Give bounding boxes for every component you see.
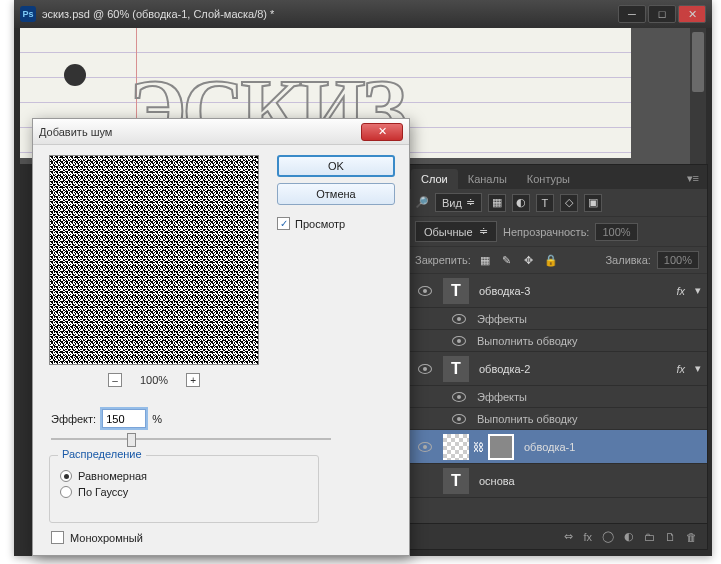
lock-position-icon[interactable]: ✥ xyxy=(521,252,537,268)
trash-icon[interactable]: 🗑 xyxy=(686,531,697,543)
vertical-scrollbar[interactable] xyxy=(690,28,706,164)
filter-smart-icon[interactable]: ▣ xyxy=(584,194,602,212)
amount-input[interactable] xyxy=(102,409,146,428)
panel-footer: ⇔ fx ◯ ◐ 🗀 🗋 🗑 xyxy=(407,523,707,549)
lock-row: Закрепить: ▦ ✎ ✥ 🔒 Заливка: 100% xyxy=(407,247,707,274)
layer-list: T обводка-3 fx ▾ Эффекты Выполнить обвод… xyxy=(407,274,707,498)
radio-uniform[interactable]: Равномерная xyxy=(60,470,308,482)
slider-thumb[interactable] xyxy=(127,433,136,447)
fill-label: Заливка: xyxy=(605,254,650,266)
fx-badge[interactable]: fx xyxy=(672,363,689,375)
layer-name: основа xyxy=(473,475,703,487)
amount-unit: % xyxy=(152,413,162,425)
lock-pixels-icon[interactable]: ✎ xyxy=(499,252,515,268)
dialog-close-button[interactable]: ✕ xyxy=(361,123,403,141)
type-layer-icon: T xyxy=(443,356,469,382)
layer-item[interactable]: T обводка-2 fx ▾ xyxy=(407,352,707,386)
filter-shape-icon[interactable]: ◇ xyxy=(560,194,578,212)
preview-box[interactable] xyxy=(49,155,259,365)
group-icon[interactable]: 🗀 xyxy=(644,531,655,543)
kind-dropdown[interactable]: Вид≑ xyxy=(435,193,482,212)
radio-uniform-input[interactable] xyxy=(60,470,72,482)
eye-icon[interactable] xyxy=(452,336,466,346)
radio-gaussian-input[interactable] xyxy=(60,486,72,498)
scroll-thumb[interactable] xyxy=(692,32,704,92)
radio-gaussian-label: По Гауссу xyxy=(78,486,128,498)
eye-icon[interactable] xyxy=(452,314,466,324)
panel-menu-icon[interactable]: ▾≡ xyxy=(683,168,703,189)
eye-icon[interactable] xyxy=(452,392,466,402)
radio-uniform-label: Равномерная xyxy=(78,470,147,482)
layer-item-selected[interactable]: ⛓ обводка-1 xyxy=(407,430,707,464)
ps-app-icon: Ps xyxy=(20,6,36,22)
filter-pixel-icon[interactable]: ▦ xyxy=(488,194,506,212)
amount-slider[interactable] xyxy=(51,431,331,447)
radio-gaussian[interactable]: По Гауссу xyxy=(60,486,308,498)
distribution-group: Распределение Равномерная По Гауссу xyxy=(49,455,319,523)
mask-icon[interactable]: ◯ xyxy=(602,530,614,543)
effects-row[interactable]: Эффекты xyxy=(407,386,707,408)
new-layer-icon[interactable]: 🗋 xyxy=(665,531,676,543)
fx-badge[interactable]: fx xyxy=(672,285,689,297)
minimize-button[interactable]: ─ xyxy=(618,5,646,23)
lock-label: Закрепить: xyxy=(415,254,471,266)
effect-name: Выполнить обводку xyxy=(477,413,577,425)
link-icon[interactable]: ⛓ xyxy=(473,441,484,453)
opacity-field[interactable]: 100% xyxy=(595,223,637,241)
amount-label: Эффект: xyxy=(51,413,96,425)
eye-icon[interactable] xyxy=(418,364,432,374)
monochrome-label: Монохромный xyxy=(70,532,143,544)
cancel-button[interactable]: Отмена xyxy=(277,183,395,205)
adjustment-icon[interactable]: ◐ xyxy=(624,530,634,543)
effects-label: Эффекты xyxy=(477,391,527,403)
noise-preview xyxy=(50,156,258,364)
lock-transparency-icon[interactable]: ▦ xyxy=(477,252,493,268)
layer-thumb xyxy=(443,434,469,460)
monochrome-checkbox[interactable] xyxy=(51,531,64,544)
blend-mode-dropdown[interactable]: Обычные≑ xyxy=(415,221,497,242)
effect-name: Выполнить обводку xyxy=(477,335,577,347)
tab-channels[interactable]: Каналы xyxy=(458,169,517,189)
chevron-down-icon[interactable]: ▾ xyxy=(693,362,703,375)
dialog-title: Добавить шум xyxy=(39,126,361,138)
link-layers-icon[interactable]: ⇔ xyxy=(564,530,573,543)
preview-label: Просмотр xyxy=(295,218,345,230)
effect-stroke-row[interactable]: Выполнить обводку xyxy=(407,330,707,352)
distribution-label: Распределение xyxy=(58,448,146,460)
fill-field[interactable]: 100% xyxy=(657,251,699,269)
filter-row: 🔎 Вид≑ ▦ ◐ T ◇ ▣ xyxy=(407,189,707,217)
layer-name: обводка-1 xyxy=(518,441,703,453)
effect-stroke-row[interactable]: Выполнить обводку xyxy=(407,408,707,430)
ok-button[interactable]: OK xyxy=(277,155,395,177)
filter-adjust-icon[interactable]: ◐ xyxy=(512,194,530,212)
tab-paths[interactable]: Контуры xyxy=(517,169,580,189)
eye-icon[interactable] xyxy=(418,442,432,452)
fx-icon[interactable]: fx xyxy=(583,531,592,543)
tab-layers[interactable]: Слои xyxy=(411,169,458,189)
mask-thumb[interactable] xyxy=(488,434,514,460)
search-icon: 🔎 xyxy=(415,196,429,209)
maximize-button[interactable]: □ xyxy=(648,5,676,23)
dialog-titlebar[interactable]: Добавить шум ✕ xyxy=(33,119,409,145)
close-button[interactable]: ✕ xyxy=(678,5,706,23)
effects-row[interactable]: Эффекты xyxy=(407,308,707,330)
eye-icon[interactable] xyxy=(418,286,432,296)
layer-item[interactable]: T обводка-3 fx ▾ xyxy=(407,274,707,308)
preview-checkbox[interactable]: ✓ xyxy=(277,217,290,230)
zoom-out-button[interactable]: – xyxy=(108,373,122,387)
chevron-down-icon[interactable]: ▾ xyxy=(693,284,703,297)
layer-item[interactable]: T основа xyxy=(407,464,707,498)
slider-track xyxy=(51,438,331,440)
titlebar: Ps эскиз.psd @ 60% (обводка-1, Слой-маск… xyxy=(14,0,712,28)
type-layer-icon: T xyxy=(443,278,469,304)
paper-hole xyxy=(64,64,86,86)
type-layer-icon: T xyxy=(443,468,469,494)
zoom-in-button[interactable]: + xyxy=(186,373,200,387)
zoom-level: 100% xyxy=(140,374,168,386)
window-title: эскиз.psd @ 60% (обводка-1, Слой-маска/8… xyxy=(42,8,618,20)
lock-all-icon[interactable]: 🔒 xyxy=(543,252,559,268)
layer-name: обводка-3 xyxy=(473,285,668,297)
add-noise-dialog: Добавить шум ✕ – 100% + OK Отмена ✓ Прос… xyxy=(32,118,410,556)
filter-type-icon[interactable]: T xyxy=(536,194,554,212)
eye-icon[interactable] xyxy=(452,414,466,424)
